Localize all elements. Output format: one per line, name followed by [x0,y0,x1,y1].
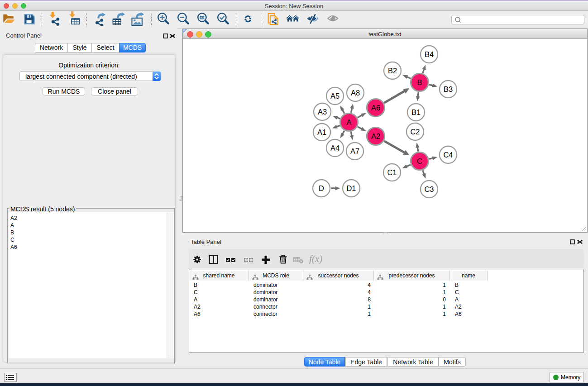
svg-text:A5: A5 [330,92,339,100]
svg-text:C1: C1 [387,168,397,176]
svg-text:A6: A6 [371,104,380,112]
svg-text:D: D [319,184,324,192]
svg-text:B3: B3 [444,85,453,93]
svg-text:A7: A7 [350,147,359,155]
svg-text:B2: B2 [388,67,397,75]
svg-text:B: B [417,78,422,86]
svg-text:C: C [417,157,422,165]
svg-text:C2: C2 [410,128,420,136]
svg-text:A2: A2 [371,132,380,140]
svg-text:A8: A8 [351,89,360,97]
svg-text:B4: B4 [425,50,434,58]
svg-text:A4: A4 [330,144,339,152]
svg-text:A: A [346,118,351,126]
svg-text:B1: B1 [411,108,421,116]
svg-text:D1: D1 [346,184,356,192]
svg-text:A3: A3 [318,108,327,116]
svg-text:A1: A1 [317,128,326,136]
svg-text:C4: C4 [443,151,453,159]
svg-text:C3: C3 [424,185,434,193]
